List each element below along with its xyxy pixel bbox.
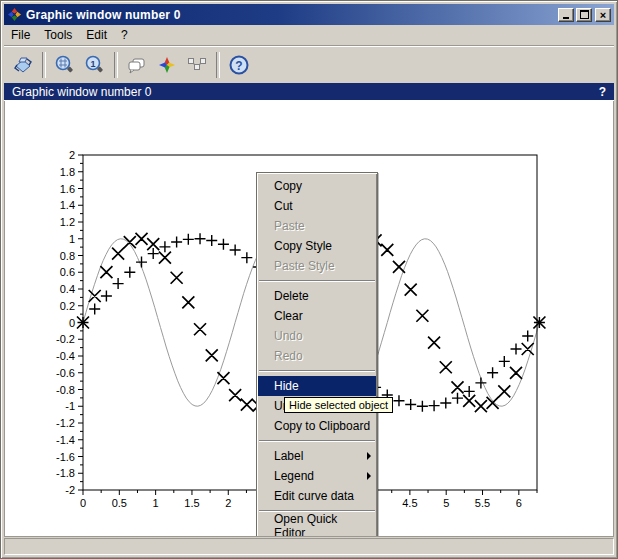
context-menu-item-redo[interactable]: Redo: [257, 346, 377, 366]
y-tick-label: -0.4: [56, 350, 75, 362]
toolbar: 1: [4, 45, 614, 83]
rotate-3d-icon[interactable]: [8, 51, 38, 79]
context-menu-item-label: Open Quick Editor: [274, 512, 371, 537]
y-tick-label: 0.6: [60, 266, 75, 278]
x-tick-label: 5.5: [475, 497, 490, 509]
toolbar-separator: [42, 52, 46, 78]
maximize-icon: [580, 10, 589, 19]
y-tick-label: 0.2: [60, 300, 75, 312]
y-tick-label: 1.2: [60, 216, 75, 228]
title-bar[interactable]: Graphic window number 0 ×: [4, 4, 614, 25]
x-tick-label: 2: [225, 497, 231, 509]
menu-separator: [259, 280, 375, 282]
context-menu-item-undo[interactable]: Undo: [257, 326, 377, 346]
close-button[interactable]: ×: [595, 8, 611, 22]
app-window: Graphic window number 0 × FileToolsEdit?: [0, 0, 618, 559]
context-menu-item-clear[interactable]: Clear: [257, 306, 377, 326]
y-tick-label: 0.4: [60, 283, 75, 295]
y-tick-label: -1.8: [56, 467, 75, 479]
submenu-arrow-icon: [367, 472, 371, 480]
toolbar-separator: [114, 52, 118, 78]
x-tick-label: 1: [153, 497, 159, 509]
status-bar: [4, 538, 614, 555]
minimize-icon: [563, 17, 569, 19]
menu-edit[interactable]: Edit: [79, 26, 114, 44]
window-title: Graphic window number 0: [26, 8, 558, 22]
y-tick-label: 1.4: [60, 199, 75, 211]
context-menu-item-label: Legend: [274, 469, 314, 483]
context-menu-item-label: Label: [274, 449, 303, 463]
context-menu-item-label: Paste: [274, 219, 305, 233]
context-menu-item-label: Clear: [274, 309, 303, 323]
plot-canvas[interactable]: 00.511.522.533.544.555.5621.81.61.41.210…: [4, 101, 614, 537]
context-menu: CopyCutPasteCopy StylePaste StyleDeleteC…: [256, 172, 378, 537]
console-bubbles-icon[interactable]: [122, 51, 152, 79]
y-tick-label: 1.8: [60, 166, 75, 178]
y-tick-label: -1.2: [56, 417, 75, 429]
help-glyph: ?: [235, 58, 242, 72]
context-menu-item-copy-to-clipboard[interactable]: Copy to Clipboard: [257, 416, 377, 436]
y-tick-label: -0.6: [56, 367, 75, 379]
context-menu-item-cut[interactable]: Cut: [257, 196, 377, 216]
context-menu-item-edit-curve-data[interactable]: Edit curve data: [257, 486, 377, 506]
y-tick-label: -2: [65, 484, 75, 496]
x-tick-label: 1.5: [184, 497, 199, 509]
scilab-app-icon: [7, 7, 22, 22]
context-menu-item-label[interactable]: Label: [257, 446, 377, 466]
x-tick-label: 6: [516, 497, 522, 509]
x-tick-label: 0: [80, 497, 86, 509]
tooltip: Hide selected object: [284, 397, 393, 413]
context-menu-item-hide[interactable]: Hide: [258, 376, 376, 396]
menu-tools[interactable]: Tools: [37, 26, 79, 44]
y-tick-label: 1: [69, 233, 75, 245]
context-menu-item-label: Delete: [274, 289, 309, 303]
y-tick-label: 2: [69, 149, 75, 161]
y-tick-label: 0.8: [60, 250, 75, 262]
context-menu-item-label: Edit curve data: [274, 489, 354, 503]
context-menu-item-label: Undo: [274, 329, 303, 343]
context-menu-item-paste[interactable]: Paste: [257, 216, 377, 236]
datatips-icon[interactable]: [182, 51, 212, 79]
submenu-arrow-icon: [367, 452, 371, 460]
x-tick-label: 0.5: [112, 497, 127, 509]
context-menu-item-legend[interactable]: Legend: [257, 466, 377, 486]
context-menu-item-label: Paste Style: [274, 259, 335, 273]
info-bar: Graphic window number 0 ?: [4, 83, 614, 101]
zoom-original-icon[interactable]: 1: [80, 51, 110, 79]
x-tick-label: 5: [443, 497, 449, 509]
close-icon: ×: [600, 10, 606, 20]
context-menu-item-label: Copy to Clipboard: [274, 419, 370, 433]
y-tick-label: -1.6: [56, 451, 75, 463]
minimize-button[interactable]: [558, 8, 574, 22]
context-menu-item-label: Cut: [274, 199, 293, 213]
zoom-area-icon[interactable]: [50, 51, 80, 79]
y-tick-label: -1.4: [56, 434, 75, 446]
menu-bar: FileToolsEdit?: [4, 25, 614, 45]
maximize-button[interactable]: [576, 8, 592, 22]
context-menu-item-copy[interactable]: Copy: [257, 176, 377, 196]
menu-file[interactable]: File: [4, 26, 37, 44]
context-menu-item-label: Copy: [274, 179, 302, 193]
context-menu-item-copy-style[interactable]: Copy Style: [257, 236, 377, 256]
context-menu-item-paste-style[interactable]: Paste Style: [257, 256, 377, 276]
zoom-one-glyph: 1: [90, 58, 95, 68]
y-tick-label: -0.2: [56, 333, 75, 345]
y-tick-label: 1.6: [60, 183, 75, 195]
info-bar-text: Graphic window number 0: [12, 85, 599, 99]
context-menu-item-label: Hide: [274, 379, 299, 393]
x-tick-label: 4.5: [402, 497, 417, 509]
graphic-editor-icon[interactable]: [152, 51, 182, 79]
y-tick-label: 0: [69, 317, 75, 329]
y-tick-label: -0.8: [56, 384, 75, 396]
menu-separator: [259, 370, 375, 372]
toolbar-separator: [216, 52, 220, 78]
help-icon[interactable]: ?: [224, 51, 254, 79]
menu-[interactable]: ?: [114, 26, 135, 44]
y-tick-label: -1: [65, 400, 75, 412]
context-menu-item-open-quick-editor[interactable]: Open Quick Editor: [257, 516, 377, 536]
info-help-icon[interactable]: ?: [599, 85, 606, 99]
context-menu-item-label: Redo: [274, 349, 303, 363]
menu-separator: [259, 440, 375, 442]
context-menu-item-delete[interactable]: Delete: [257, 286, 377, 306]
context-menu-item-label: Copy Style: [274, 239, 332, 253]
